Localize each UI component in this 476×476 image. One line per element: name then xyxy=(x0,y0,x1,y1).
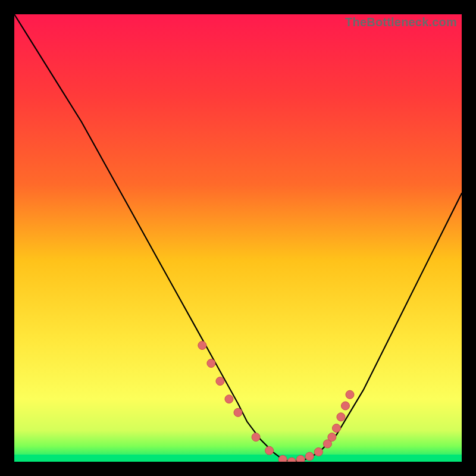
dot xyxy=(198,341,206,349)
watermark-text: TheBottleneck.com xyxy=(345,15,457,29)
plot-area xyxy=(14,14,462,462)
dot xyxy=(225,395,233,403)
dot xyxy=(346,390,354,399)
dot xyxy=(305,452,314,461)
dot xyxy=(234,408,242,416)
dot xyxy=(252,433,260,441)
dot xyxy=(207,359,215,368)
dot xyxy=(332,424,340,433)
dot xyxy=(337,413,345,421)
gradient-background xyxy=(14,14,462,462)
dot xyxy=(278,455,287,462)
dot xyxy=(341,402,349,410)
bottom-band xyxy=(14,455,462,462)
chart-frame: TheBottleneck.com xyxy=(14,14,462,462)
dot xyxy=(265,446,274,455)
chart-svg xyxy=(14,14,462,462)
dot xyxy=(314,447,322,456)
dot xyxy=(296,455,305,462)
dot xyxy=(216,377,224,386)
dot xyxy=(328,433,336,441)
